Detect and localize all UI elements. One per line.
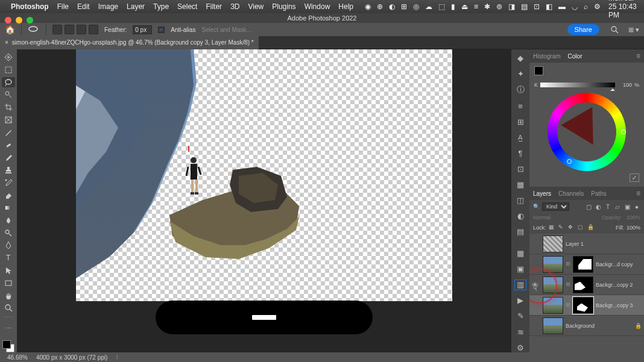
zoom-tool[interactable] [2, 303, 15, 314]
menu-3d[interactable]: 3D [230, 2, 239, 11]
status-icon[interactable]: ☁ [425, 2, 432, 11]
color-tab[interactable]: Color [568, 53, 582, 60]
panel-menu-icon[interactable]: ≡ [636, 52, 640, 60]
panel-icon[interactable]: ◆ [515, 53, 526, 63]
type-tool[interactable]: T [2, 252, 15, 263]
status-menu-icon[interactable]: 〉 [116, 354, 121, 361]
home-button[interactable]: 🏠 [5, 25, 15, 34]
layer-mask-thumbnail[interactable] [573, 297, 593, 314]
opacity-value[interactable]: 100% [627, 214, 640, 220]
layer-mask-thumbnail[interactable] [573, 276, 593, 293]
panel-menu-icon[interactable]: ≡ [636, 189, 640, 198]
crop-tool[interactable] [2, 102, 15, 113]
layer-thumbnail[interactable] [543, 276, 563, 293]
lock-position-icon[interactable]: ✥ [568, 224, 575, 231]
layer-name[interactable]: Layer 1 [566, 241, 642, 247]
close-tab-icon[interactable]: × [5, 39, 8, 46]
status-icon[interactable]: ◎ [413, 2, 419, 11]
layer-mask-thumbnail[interactable] [573, 256, 593, 273]
filter-type-icon[interactable]: T [604, 203, 611, 210]
layer-thumbnail[interactable] [543, 236, 563, 252]
dodge-tool[interactable] [2, 228, 15, 239]
layer-name[interactable]: Backgr...copy 2 [596, 282, 642, 288]
lock-paint-icon[interactable]: ✎ [558, 224, 566, 231]
stamp-tool[interactable] [2, 164, 15, 175]
panel-icon[interactable]: ⓘ [515, 84, 526, 95]
healing-tool[interactable] [2, 140, 15, 151]
panel-icon[interactable]: ⊞ [515, 117, 526, 126]
panel-icon[interactable]: ◫ [515, 196, 526, 205]
search-icon[interactable]: ⌕ [584, 2, 588, 11]
clock[interactable]: Mon Jul 25 10:43 PM [608, 0, 639, 19]
brush-tool[interactable] [2, 152, 15, 163]
layer-row[interactable]: Background 🔒 [529, 316, 644, 336]
edit-toolbar-icon[interactable]: ⋯ [2, 323, 15, 334]
link-icon[interactable]: ⛓ [566, 282, 570, 287]
close-window-button[interactable] [5, 17, 11, 23]
canvas-area[interactable] [17, 49, 511, 352]
status-icon[interactable]: ▮ [451, 2, 455, 11]
document-canvas[interactable] [76, 49, 452, 301]
select-and-mask-link[interactable]: Select and Mask... [201, 27, 251, 33]
lasso-tool[interactable] [2, 77, 15, 88]
k-value[interactable]: 100 [617, 82, 632, 88]
hand-tool[interactable] [2, 290, 15, 301]
layer-row[interactable]: Layer 1 [529, 234, 644, 254]
layer-name[interactable]: Backgr...d copy [596, 261, 642, 267]
panel-icon[interactable]: ≡ [515, 101, 526, 111]
panel-icon[interactable]: ◐ [515, 211, 526, 221]
status-icon[interactable]: ≡ [474, 2, 478, 11]
color-wheel[interactable] [548, 93, 626, 171]
timeline-panel-icon[interactable]: ▥ [515, 280, 526, 290]
eyedropper-tool[interactable] [2, 127, 15, 138]
panel-icon[interactable]: ▦ [515, 179, 526, 189]
search-icon[interactable] [610, 25, 619, 34]
color-swatches[interactable] [534, 66, 546, 78]
menu-select[interactable]: Select [177, 2, 197, 11]
menu-layer[interactable]: Layer [127, 2, 145, 11]
add-selection-icon[interactable] [65, 25, 74, 34]
blur-tool[interactable] [2, 215, 15, 226]
panel-icon[interactable]: ✦ [515, 69, 526, 78]
menu-help[interactable]: Help [338, 2, 353, 11]
paths-tab[interactable]: Paths [591, 190, 607, 197]
maximize-window-button[interactable] [27, 17, 33, 23]
menu-image[interactable]: Image [98, 2, 118, 11]
status-icon[interactable]: ⊞ [401, 2, 407, 11]
document-dims[interactable]: 4000 px x 3000 px (72 ppi) [36, 354, 107, 361]
wifi-icon[interactable]: ⊚ [496, 2, 502, 11]
zoom-level[interactable]: 46.68% [7, 354, 28, 361]
layer-name[interactable]: Backgr...copy 3 [596, 302, 642, 308]
layers-tab[interactable]: Layers [533, 190, 551, 197]
filter-pixel-icon[interactable]: ▢ [585, 203, 592, 210]
panel-icon[interactable]: ▤ [515, 227, 526, 237]
layer-thumbnail[interactable] [543, 317, 563, 334]
filter-kind-select[interactable]: Kind [542, 202, 569, 211]
menu-edit[interactable]: Edit [77, 2, 90, 11]
antialias-checkbox[interactable]: ✓ [158, 27, 165, 33]
panel-icon[interactable]: ✎ [515, 311, 526, 321]
panel-icon[interactable]: ⊡ [515, 164, 526, 173]
filter-shape-icon[interactable]: ▱ [614, 203, 621, 210]
paragraph-panel-icon[interactable]: ¶ [515, 148, 526, 158]
status-icon[interactable]: ◐ [389, 2, 395, 11]
path-select-tool[interactable] [2, 265, 15, 276]
frame-tool[interactable] [2, 114, 15, 125]
menu-filter[interactable]: Filter [206, 2, 222, 11]
histogram-tab[interactable]: Histogram [533, 53, 561, 60]
menu-view[interactable]: View [248, 2, 264, 11]
lock-all-icon[interactable]: 🔒 [587, 224, 595, 231]
subtract-selection-icon[interactable] [77, 25, 86, 34]
document-tab[interactable]: × simon-english-48nerZQCHgo-unsplash.jpg… [0, 36, 259, 49]
panel-icon[interactable]: ▶ [515, 296, 526, 305]
color-swatch[interactable] [2, 340, 14, 352]
battery-icon[interactable]: ▬ [558, 2, 566, 11]
quick-select-tool[interactable] [2, 89, 15, 100]
menu-file[interactable]: File [57, 2, 69, 11]
wifi-icon[interactable]: ◡ [572, 2, 578, 11]
history-brush-tool[interactable] [2, 177, 15, 188]
foreground-color[interactable] [2, 340, 11, 349]
eraser-tool[interactable] [2, 190, 15, 201]
move-tool[interactable] [2, 52, 15, 63]
character-panel-icon[interactable]: A̲ [515, 133, 526, 142]
